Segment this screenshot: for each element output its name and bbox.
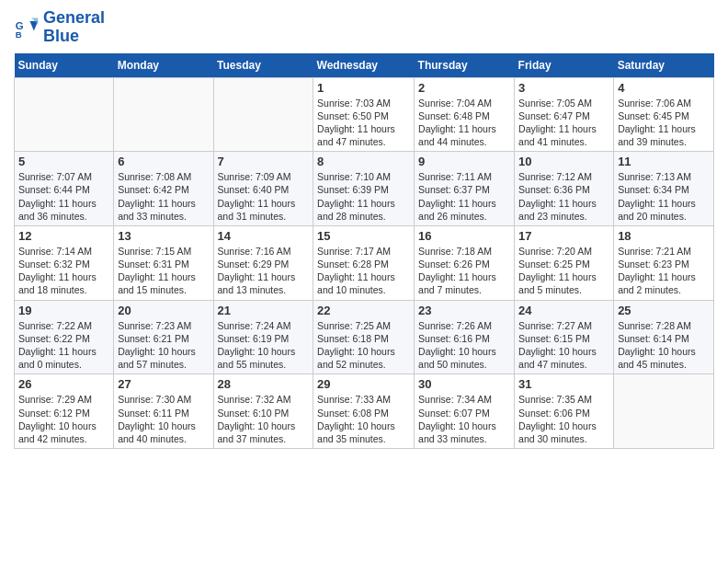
calendar-cell: 18Sunrise: 7:21 AM Sunset: 6:23 PM Dayli… — [614, 225, 714, 300]
calendar-cell: 5Sunrise: 7:07 AM Sunset: 6:44 PM Daylig… — [15, 152, 114, 226]
day-info: Sunrise: 7:15 AM Sunset: 6:31 PM Dayligh… — [118, 245, 209, 297]
calendar-cell: 1Sunrise: 7:03 AM Sunset: 6:50 PM Daylig… — [313, 77, 415, 152]
calendar-cell: 3Sunrise: 7:05 AM Sunset: 6:47 PM Daylig… — [515, 77, 614, 152]
day-info: Sunrise: 7:03 AM Sunset: 6:50 PM Dayligh… — [317, 97, 410, 149]
day-number: 1 — [317, 81, 410, 95]
day-number: 23 — [418, 304, 510, 317]
logo-text-line1: General — [43, 9, 105, 28]
calendar-cell: 15Sunrise: 7:17 AM Sunset: 6:28 PM Dayli… — [313, 225, 415, 300]
calendar-cell: 24Sunrise: 7:27 AM Sunset: 6:15 PM Dayli… — [515, 300, 614, 374]
calendar-cell: 11Sunrise: 7:13 AM Sunset: 6:34 PM Dayli… — [614, 152, 714, 226]
calendar-cell: 17Sunrise: 7:20 AM Sunset: 6:25 PM Dayli… — [515, 225, 614, 300]
day-number: 24 — [518, 304, 609, 317]
day-info: Sunrise: 7:22 AM Sunset: 6:22 PM Dayligh… — [18, 319, 109, 372]
header-monday: Monday — [114, 53, 213, 78]
day-info: Sunrise: 7:07 AM Sunset: 6:44 PM Dayligh… — [18, 170, 109, 223]
day-number: 14 — [218, 229, 310, 243]
day-number: 16 — [418, 229, 510, 243]
day-info: Sunrise: 7:05 AM Sunset: 6:47 PM Dayligh… — [518, 97, 609, 149]
header-friday: Friday — [515, 53, 614, 78]
calendar-cell: 30Sunrise: 7:34 AM Sunset: 6:07 PM Dayli… — [415, 374, 515, 449]
day-info: Sunrise: 7:14 AM Sunset: 6:32 PM Dayligh… — [18, 245, 109, 297]
day-number: 20 — [118, 304, 209, 317]
calendar-cell: 20Sunrise: 7:23 AM Sunset: 6:21 PM Dayli… — [114, 300, 213, 374]
day-info: Sunrise: 7:27 AM Sunset: 6:15 PM Dayligh… — [518, 319, 609, 372]
calendar-cell: 16Sunrise: 7:18 AM Sunset: 6:26 PM Dayli… — [415, 225, 515, 300]
svg-text:B: B — [16, 29, 22, 39]
day-number: 15 — [317, 229, 410, 243]
calendar-cell: 28Sunrise: 7:32 AM Sunset: 6:10 PM Dayli… — [213, 374, 313, 449]
calendar-cell: 6Sunrise: 7:08 AM Sunset: 6:42 PM Daylig… — [114, 152, 213, 226]
day-info: Sunrise: 7:11 AM Sunset: 6:37 PM Dayligh… — [418, 170, 510, 223]
day-info: Sunrise: 7:26 AM Sunset: 6:16 PM Dayligh… — [418, 319, 510, 372]
day-number: 2 — [418, 81, 510, 95]
calendar-cell: 31Sunrise: 7:35 AM Sunset: 6:06 PM Dayli… — [515, 374, 614, 449]
calendar-cell: 19Sunrise: 7:22 AM Sunset: 6:22 PM Dayli… — [15, 300, 114, 374]
day-number: 21 — [218, 304, 310, 317]
day-number: 28 — [218, 377, 310, 391]
day-info: Sunrise: 7:34 AM Sunset: 6:07 PM Dayligh… — [418, 393, 510, 445]
day-info: Sunrise: 7:29 AM Sunset: 6:12 PM Dayligh… — [18, 393, 109, 445]
calendar-cell — [15, 77, 114, 152]
day-number: 18 — [618, 229, 710, 243]
day-info: Sunrise: 7:33 AM Sunset: 6:08 PM Dayligh… — [317, 393, 410, 445]
day-info: Sunrise: 7:06 AM Sunset: 6:45 PM Dayligh… — [618, 97, 710, 149]
calendar-week-0: 1Sunrise: 7:03 AM Sunset: 6:50 PM Daylig… — [15, 77, 714, 152]
day-number: 29 — [317, 377, 410, 391]
logo-text-line2: Blue — [43, 28, 105, 46]
day-info: Sunrise: 7:30 AM Sunset: 6:11 PM Dayligh… — [118, 393, 209, 445]
page-header: G B General Blue — [14, 9, 714, 46]
day-number: 6 — [118, 155, 209, 168]
day-info: Sunrise: 7:32 AM Sunset: 6:10 PM Dayligh… — [218, 393, 310, 445]
day-number: 4 — [618, 81, 710, 95]
calendar-week-1: 5Sunrise: 7:07 AM Sunset: 6:44 PM Daylig… — [15, 152, 714, 226]
calendar-header-row: SundayMondayTuesdayWednesdayThursdayFrid… — [15, 53, 714, 78]
day-info: Sunrise: 7:25 AM Sunset: 6:18 PM Dayligh… — [317, 319, 410, 372]
calendar-cell: 13Sunrise: 7:15 AM Sunset: 6:31 PM Dayli… — [114, 225, 213, 300]
logo-icon: G B — [14, 15, 40, 40]
calendar-cell — [614, 374, 714, 449]
day-number: 25 — [618, 304, 710, 317]
day-info: Sunrise: 7:16 AM Sunset: 6:29 PM Dayligh… — [218, 245, 310, 297]
day-info: Sunrise: 7:13 AM Sunset: 6:34 PM Dayligh… — [618, 170, 710, 223]
header-saturday: Saturday — [614, 53, 714, 78]
calendar-cell: 7Sunrise: 7:09 AM Sunset: 6:40 PM Daylig… — [213, 152, 313, 226]
calendar-cell: 25Sunrise: 7:28 AM Sunset: 6:14 PM Dayli… — [614, 300, 714, 374]
day-info: Sunrise: 7:17 AM Sunset: 6:28 PM Dayligh… — [317, 245, 410, 297]
calendar-cell: 14Sunrise: 7:16 AM Sunset: 6:29 PM Dayli… — [213, 225, 313, 300]
day-number: 7 — [218, 155, 310, 168]
calendar-cell: 9Sunrise: 7:11 AM Sunset: 6:37 PM Daylig… — [415, 152, 515, 226]
calendar-cell: 29Sunrise: 7:33 AM Sunset: 6:08 PM Dayli… — [313, 374, 415, 449]
day-info: Sunrise: 7:23 AM Sunset: 6:21 PM Dayligh… — [118, 319, 209, 372]
calendar-cell: 27Sunrise: 7:30 AM Sunset: 6:11 PM Dayli… — [114, 374, 213, 449]
day-info: Sunrise: 7:35 AM Sunset: 6:06 PM Dayligh… — [518, 393, 609, 445]
day-number: 11 — [618, 155, 710, 168]
day-info: Sunrise: 7:28 AM Sunset: 6:14 PM Dayligh… — [618, 319, 710, 372]
calendar-cell — [213, 77, 313, 152]
day-number: 9 — [418, 155, 510, 168]
day-number: 10 — [518, 155, 609, 168]
day-number: 19 — [18, 304, 109, 317]
calendar-cell — [114, 77, 213, 152]
day-info: Sunrise: 7:04 AM Sunset: 6:48 PM Dayligh… — [418, 97, 510, 149]
day-number: 5 — [18, 155, 109, 168]
day-number: 12 — [18, 229, 109, 243]
calendar-cell: 10Sunrise: 7:12 AM Sunset: 6:36 PM Dayli… — [515, 152, 614, 226]
day-number: 13 — [118, 229, 209, 243]
calendar-cell: 21Sunrise: 7:24 AM Sunset: 6:19 PM Dayli… — [213, 300, 313, 374]
day-info: Sunrise: 7:21 AM Sunset: 6:23 PM Dayligh… — [618, 245, 710, 297]
logo: G B General Blue — [14, 9, 105, 46]
day-info: Sunrise: 7:12 AM Sunset: 6:36 PM Dayligh… — [518, 170, 609, 223]
calendar-cell: 26Sunrise: 7:29 AM Sunset: 6:12 PM Dayli… — [15, 374, 114, 449]
calendar-cell: 4Sunrise: 7:06 AM Sunset: 6:45 PM Daylig… — [614, 77, 714, 152]
day-info: Sunrise: 7:10 AM Sunset: 6:39 PM Dayligh… — [317, 170, 410, 223]
day-number: 31 — [518, 377, 609, 391]
header-wednesday: Wednesday — [313, 53, 415, 78]
calendar-week-3: 19Sunrise: 7:22 AM Sunset: 6:22 PM Dayli… — [15, 300, 714, 374]
day-number: 26 — [18, 377, 109, 391]
day-number: 17 — [518, 229, 609, 243]
calendar-cell: 23Sunrise: 7:26 AM Sunset: 6:16 PM Dayli… — [415, 300, 515, 374]
calendar-week-4: 26Sunrise: 7:29 AM Sunset: 6:12 PM Dayli… — [15, 374, 714, 449]
day-number: 30 — [418, 377, 510, 391]
day-info: Sunrise: 7:09 AM Sunset: 6:40 PM Dayligh… — [218, 170, 310, 223]
